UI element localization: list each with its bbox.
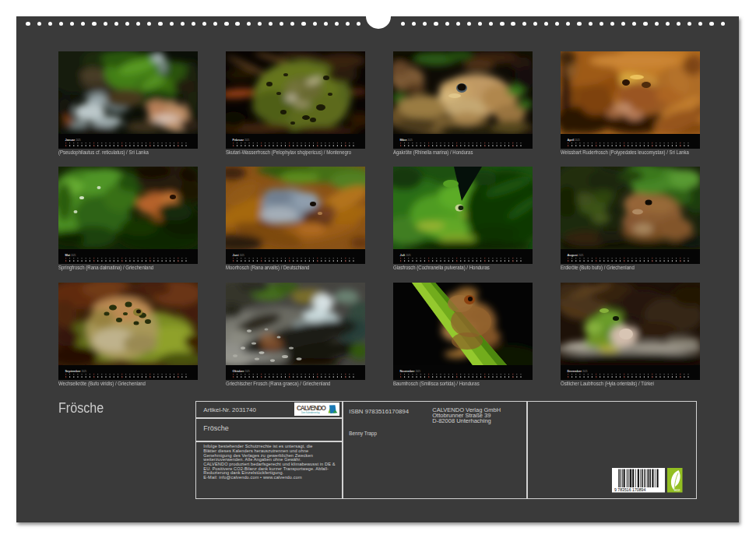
svg-text:September2025: September2025 <box>65 368 87 372</box>
svg-text:November2025: November2025 <box>400 368 421 372</box>
svg-text:Dezember2025: Dezember2025 <box>567 368 587 372</box>
svg-text:Dein Kalenderverlag: Dein Kalenderverlag <box>301 411 320 414</box>
svg-text:CALVENDO: CALVENDO <box>297 405 327 412</box>
svg-text:Februar2025: Februar2025 <box>233 137 250 141</box>
svg-text:Januar2025: Januar2025 <box>65 137 82 141</box>
svg-text:April2025: April2025 <box>567 137 580 141</box>
svg-text:eco: eco <box>674 488 680 492</box>
svg-text:März2025: März2025 <box>400 137 413 141</box>
svg-text:Juni2025: Juni2025 <box>233 252 245 256</box>
svg-text:August2025: August2025 <box>567 252 583 256</box>
svg-text:9 783516 170894: 9 783516 170894 <box>614 487 646 492</box>
svg-text:Juli2025: Juli2025 <box>400 252 412 256</box>
svg-text:Mai2025: Mai2025 <box>65 252 76 256</box>
svg-text:Oktober2025: Oktober2025 <box>233 368 251 372</box>
